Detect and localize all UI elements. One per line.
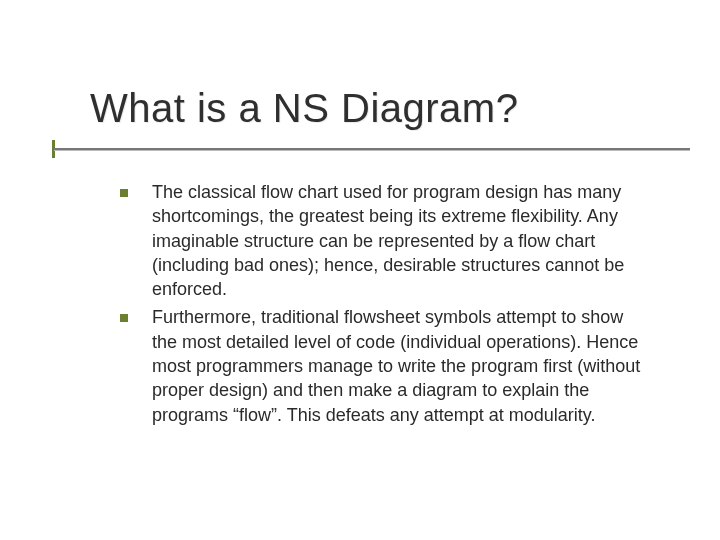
list-item: Furthermore, traditional flowsheet symbo… [120,305,650,426]
slide-title: What is a NS Diagram? [90,86,680,131]
square-bullet-icon [120,189,128,197]
title-wrap: What is a NS Diagram? [90,86,680,131]
list-item-text: The classical flow chart used for progra… [152,180,650,301]
square-bullet-icon [120,314,128,322]
list-item: The classical flow chart used for progra… [120,180,650,301]
slide-body: The classical flow chart used for progra… [120,180,650,431]
slide: What is a NS Diagram? The classical flow… [0,0,720,540]
list-item-text: Furthermore, traditional flowsheet symbo… [152,305,650,426]
title-underline [54,148,690,150]
